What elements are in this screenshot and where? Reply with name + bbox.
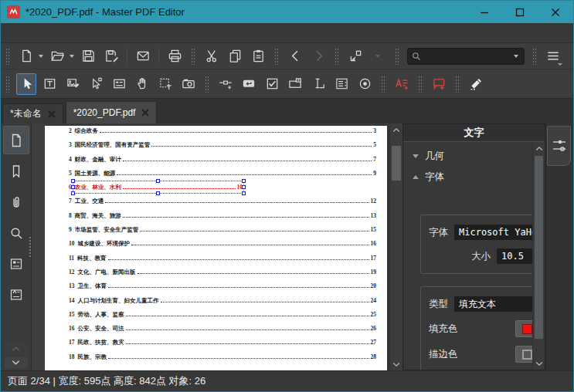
scroll-down-button[interactable] xyxy=(533,357,545,370)
toolbar-grip[interactable] xyxy=(418,76,423,93)
sidebar-scroll-down-button[interactable] xyxy=(5,357,28,369)
toolbar-grip[interactable] xyxy=(532,48,537,65)
menu-item[interactable] xyxy=(39,30,56,36)
combobox-tool-button[interactable] xyxy=(285,73,305,95)
radio-button-tool-button[interactable] xyxy=(355,73,375,95)
toc-row[interactable]: 4 财政、金融、审计 7 xyxy=(69,156,376,170)
toolbar-grip[interactable] xyxy=(395,48,399,65)
toc-row[interactable]: 5 国土资源、能源 9 xyxy=(69,170,376,184)
menu-item[interactable] xyxy=(141,30,158,36)
toc-row[interactable]: 10 城乡建设、环境保护 16 xyxy=(69,240,376,254)
bookmarks-panel-button[interactable] xyxy=(3,157,29,185)
main-menu-button[interactable] xyxy=(543,46,563,67)
toolbar-grip[interactable] xyxy=(274,48,279,65)
document-viewport[interactable]: 2 综合政务 3 3 国民经济管理、国有资产监管 5 4 财政、金融、审计 7 xyxy=(32,123,389,370)
toc-row[interactable]: 16 公安、安全、司法 26 xyxy=(69,325,376,339)
close-tab-icon[interactable] xyxy=(141,109,149,117)
edit-image-tool-button[interactable] xyxy=(63,73,83,95)
edit-text-tool-button[interactable] xyxy=(39,73,59,95)
new-document-button[interactable] xyxy=(16,46,36,67)
section-font[interactable]: 字体 xyxy=(403,163,534,184)
menu-item[interactable] xyxy=(5,30,22,36)
toc-row[interactable]: 14 人口与计划生育、妇女儿童工作 24 xyxy=(69,297,376,311)
minimize-button[interactable] xyxy=(467,1,502,23)
add-node-tool-button[interactable] xyxy=(216,73,236,95)
scrollbar-thumb[interactable] xyxy=(392,146,401,181)
search-dropdown-icon[interactable] xyxy=(514,55,518,58)
select-tool-button[interactable] xyxy=(16,73,36,95)
email-button[interactable] xyxy=(133,46,153,67)
form-fields-panel-button[interactable] xyxy=(3,249,29,278)
toc-row[interactable]: 7 工业、交通 12 xyxy=(69,198,376,211)
menu-item[interactable] xyxy=(56,30,73,36)
fill-color-button[interactable] xyxy=(515,320,534,337)
save-button[interactable] xyxy=(78,46,98,67)
stroke-color-button[interactable] xyxy=(515,346,534,363)
document-tab[interactable]: *2020_PDF.pdf xyxy=(66,101,158,123)
toc-row[interactable]: 15 劳动、人事、监察 25 xyxy=(69,311,376,325)
toolbar-grip[interactable] xyxy=(381,76,385,93)
highlighter-tool-button[interactable] xyxy=(466,73,486,95)
menu-item[interactable] xyxy=(22,30,39,36)
font-name-field[interactable]: Microsoft YaHei xyxy=(454,225,534,240)
forward-button[interactable] xyxy=(308,46,328,67)
menu-item[interactable] xyxy=(73,30,90,36)
form-properties-tool-button[interactable] xyxy=(109,73,129,95)
toc-row[interactable]: 12 文化、广电、新闻出版 19 xyxy=(69,269,376,282)
new-document-dropdown-icon[interactable] xyxy=(39,55,43,58)
section-geometry[interactable]: 几何 xyxy=(403,142,534,163)
toc-row[interactable]: 6 农业、林业、水利 10 xyxy=(69,184,243,198)
maximize-button[interactable] xyxy=(502,1,538,23)
open-file-button[interactable] xyxy=(47,46,67,67)
toc-row[interactable]: 17 民政、扶贫、救灾 27 xyxy=(69,339,376,353)
fit-view-alt-button[interactable] xyxy=(369,46,389,67)
toolbar-grip[interactable] xyxy=(5,48,10,65)
toc-row[interactable]: 11 科技、教育 17 xyxy=(69,255,376,269)
scroll-up-button[interactable] xyxy=(390,123,402,136)
save-as-button[interactable] xyxy=(101,46,121,67)
panel-vertical-scrollbar[interactable] xyxy=(532,142,545,370)
toolbar-grip[interactable] xyxy=(455,76,460,93)
toc-row[interactable]: 13 卫生、体育 20 xyxy=(69,282,376,296)
menu-item[interactable] xyxy=(107,30,124,36)
cut-button[interactable] xyxy=(202,46,222,67)
search-input[interactable] xyxy=(422,51,513,62)
search-box[interactable] xyxy=(407,48,525,65)
copy-button[interactable] xyxy=(225,46,245,67)
toolbar-grip[interactable] xyxy=(335,48,339,65)
menu-item[interactable] xyxy=(90,30,107,36)
toc-row[interactable]: 9 市场监管、安全生产监管 15 xyxy=(69,226,376,240)
font-size-field[interactable]: 10.5 xyxy=(497,248,534,264)
properties-toggle-tab[interactable] xyxy=(547,126,571,166)
properties-panel-button[interactable] xyxy=(3,280,29,309)
toolbar-grip[interactable] xyxy=(5,76,10,93)
callout-tool-button[interactable] xyxy=(429,73,449,95)
checkbox-tool-button[interactable] xyxy=(262,73,282,95)
search-panel-button[interactable] xyxy=(3,218,29,247)
document-vertical-scrollbar[interactable] xyxy=(389,123,402,370)
listbox-tool-button[interactable] xyxy=(331,73,352,95)
paste-button[interactable] xyxy=(248,46,268,67)
toolbar-grip[interactable] xyxy=(191,48,195,65)
toc-row[interactable]: 2 综合政务 3 xyxy=(69,127,376,141)
open-file-dropdown-icon[interactable] xyxy=(70,55,74,58)
sidebar-scroll-up-button[interactable] xyxy=(5,343,28,355)
text-field-tool-button[interactable] xyxy=(308,73,328,95)
scroll-down-button[interactable] xyxy=(390,358,402,370)
print-button[interactable] xyxy=(165,46,185,67)
menu-item[interactable] xyxy=(124,30,141,36)
scrollbar-thumb[interactable] xyxy=(535,156,543,339)
fit-view-button[interactable] xyxy=(345,46,365,67)
attachments-panel-button[interactable] xyxy=(3,188,29,216)
snapshot-tool-button[interactable] xyxy=(178,73,199,95)
close-button[interactable] xyxy=(538,1,573,23)
toc-row[interactable]: 3 国民经济管理、国有资产监管 5 xyxy=(69,141,376,155)
scroll-up-button[interactable] xyxy=(533,142,545,154)
push-button-tool-button[interactable] xyxy=(239,73,259,95)
text-annotation-tool-button[interactable] xyxy=(392,73,412,95)
pages-panel-button[interactable] xyxy=(3,126,29,154)
close-tab-icon[interactable] xyxy=(48,110,56,118)
toc-row[interactable]: 8 商贸、海关、旅游 13 xyxy=(69,212,376,226)
edit-path-tool-button[interactable] xyxy=(86,73,106,95)
toolbar-grip[interactable] xyxy=(205,76,209,93)
